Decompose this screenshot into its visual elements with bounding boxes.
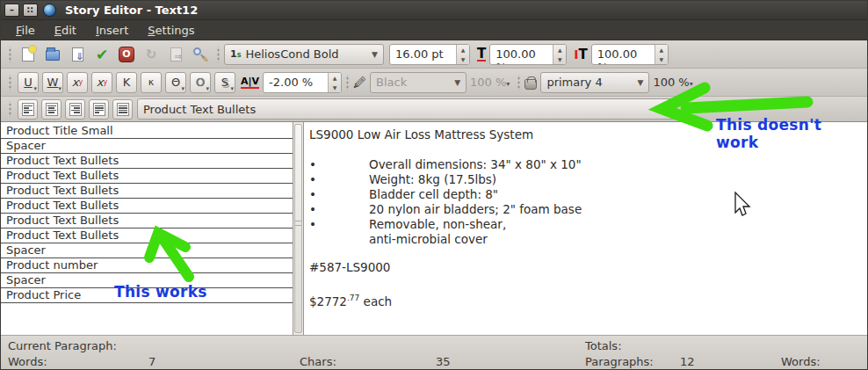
paragraphs-label: Paragraphs:	[585, 355, 654, 368]
shadow-button[interactable]: S	[214, 72, 235, 93]
underline-button[interactable]: U	[18, 72, 39, 93]
bullet-line: •20 nylon air bladders; 2" foam base	[309, 202, 867, 217]
font-family-value: HeliosCond Bold	[245, 47, 338, 61]
spinner-arrows[interactable]: ▲▼	[456, 45, 469, 64]
story-editor-window: – ∷ Story Editor - Text12 File Edit Inse…	[0, 0, 868, 370]
style-row[interactable]: Product Text Bullets	[1, 214, 293, 229]
chevron-down-icon: ▼	[447, 78, 460, 87]
align-force-justify-button[interactable]	[112, 99, 133, 120]
scaling-width-value[interactable]: 100.00 %	[490, 45, 553, 64]
style-row[interactable]: Product Title Small	[1, 124, 293, 139]
update-text-frame-icon[interactable]: ⇓	[67, 44, 88, 65]
align-center-button[interactable]	[41, 99, 61, 120]
style-row[interactable]: Product Text Bullets	[1, 229, 293, 243]
search-replace-icon[interactable]: ✎	[190, 44, 211, 65]
toolbar-file: ⇓ ✔ O ↻ ⇒ ✎ 1s HeliosCond Bold ▼ 16.00 p…	[1, 40, 867, 69]
bullet-line: •Overall dimensions: 34" x 80" x 10"	[309, 157, 867, 172]
open-icon[interactable]	[42, 44, 63, 65]
style-row[interactable]: Product number	[1, 258, 293, 273]
scale-width-icon: T	[477, 47, 486, 62]
paragraphs-value: 12	[680, 355, 695, 368]
all-caps-button[interactable]: K	[116, 72, 137, 93]
bullet-line: •Bladder cell depth: 8"	[309, 187, 867, 202]
style-row[interactable]: Spacer	[1, 243, 293, 258]
menu-file[interactable]: File	[8, 22, 43, 39]
chevron-down-icon: ▼	[365, 50, 378, 59]
strikethrough-button[interactable]: Θ	[165, 72, 186, 93]
paragraph-style-select[interactable]: Product Text Bullets ▼	[137, 98, 675, 120]
story-text-editor[interactable]: LS9000 Low Air Loss Mattress System •Ove…	[304, 122, 867, 335]
chars-value: 35	[436, 355, 451, 368]
align-right-button[interactable]	[65, 99, 85, 120]
annotation-doesnt-work: This doesn't work	[716, 116, 867, 151]
fill-color-select[interactable]: primary 4 ▼	[540, 72, 649, 93]
align-left-button[interactable]	[18, 99, 38, 120]
exit-without-updating-icon[interactable]: O	[116, 44, 137, 65]
paragraph-style-value: Product Text Bullets	[143, 103, 256, 116]
window-title: Story Editor - Text12	[61, 4, 198, 17]
small-caps-button[interactable]: κ	[141, 72, 162, 93]
paragraph-style-list: Product Title Small Spacer Product Text …	[1, 122, 293, 335]
kerning-spinner[interactable]: -2.00 % ▲▼	[263, 72, 342, 93]
style-row[interactable]: Product Text Bullets	[1, 154, 293, 169]
toolbar-character: U W xy xy K κ Θ O S A|V -2.00 % ▲▼ 🖉 Bla…	[1, 69, 867, 97]
subscript-button[interactable]: xy	[67, 72, 88, 93]
stroke-shade-select[interactable]: 100 %▾	[470, 76, 510, 89]
annotation-works: This works	[114, 283, 207, 301]
reload-text-icon[interactable]: ↻	[141, 44, 162, 65]
update-text-frame-stay-icon[interactable]: ⇒	[165, 44, 186, 65]
scaling-width-spinner[interactable]: 100.00 % ▲▼	[489, 44, 567, 65]
total-words-label: Words:	[781, 355, 821, 368]
stroke-color-icon: 🖉	[353, 75, 366, 91]
font-size-spinner[interactable]: 16.00 pt ▲▼	[389, 44, 470, 65]
underline-words-button[interactable]: W	[42, 72, 63, 93]
toolbar-handle[interactable]	[8, 47, 12, 62]
style-row[interactable]: Product Text Bullets	[1, 199, 293, 214]
menu-insert[interactable]: Insert	[88, 22, 136, 39]
style-row[interactable]: Product Text Bullets	[1, 169, 293, 184]
fill-color-value: primary 4	[546, 76, 602, 89]
status-bar: Current Paragraph: Totals: Words: 7 Char…	[1, 335, 867, 370]
stroke-color-value: Black	[376, 76, 407, 89]
fill-shade-select[interactable]: 100 %▾	[653, 76, 692, 89]
toolbar-handle[interactable]	[345, 75, 350, 91]
style-row[interactable]: Spacer	[1, 139, 293, 154]
font-size-value[interactable]: 16.00 pt	[390, 45, 456, 64]
bullet-line: •Weight: 8kg (17.5lbs)	[309, 172, 867, 187]
current-paragraph-label: Current Paragraph:	[8, 339, 117, 352]
restore-button[interactable]: ∷	[23, 4, 38, 17]
bullet-continuation-line: anti-microbial cover	[309, 232, 867, 247]
outline-button[interactable]: O	[190, 72, 211, 93]
totals-label: Totals:	[585, 339, 622, 352]
superscript-button[interactable]: xy	[91, 72, 112, 93]
font-type-icon: 1s	[230, 48, 241, 60]
menu-bar: File Edit Insert Settings	[1, 20, 867, 40]
spinner-arrows[interactable]: ▲▼	[655, 45, 668, 64]
chars-label: Chars:	[300, 355, 336, 368]
menu-settings[interactable]: Settings	[140, 22, 202, 39]
chevron-down-icon: ▼	[655, 105, 669, 113]
toolbar-handle[interactable]	[216, 47, 221, 62]
kerning-value[interactable]: -2.00 %	[264, 73, 328, 92]
words-label: Words:	[8, 355, 47, 368]
title-bar: – ∷ Story Editor - Text12	[1, 1, 867, 20]
stroke-color-select[interactable]: Black ▼	[370, 72, 467, 93]
font-family-select[interactable]: 1s HeliosCond Bold ▼	[224, 44, 384, 65]
toolbar-handle[interactable]	[517, 75, 521, 91]
main-area: Product Title Small Spacer Product Text …	[1, 122, 867, 335]
spinner-arrows[interactable]: ▲▼	[328, 73, 341, 92]
align-justify-button[interactable]	[89, 99, 109, 120]
toolbar-handle[interactable]	[8, 101, 12, 117]
minimize-button[interactable]: –	[4, 4, 19, 17]
new-document-icon[interactable]	[18, 44, 39, 65]
scaling-height-spinner[interactable]: 100.00 % ▲▼	[591, 44, 669, 65]
style-list-scrollbar[interactable]	[293, 122, 304, 335]
update-and-exit-icon[interactable]: ✔	[91, 44, 112, 65]
spinner-arrows[interactable]: ▲▼	[553, 45, 566, 64]
style-row[interactable]: Product Text Bullets	[1, 184, 293, 199]
scaling-height-value[interactable]: 100.00 %	[592, 45, 655, 64]
menu-edit[interactable]: Edit	[47, 22, 84, 39]
toolbar-handle[interactable]	[8, 75, 12, 91]
scale-height-icon: IT	[574, 47, 587, 62]
bullet-line: •Removable, non-shear,	[309, 217, 867, 232]
